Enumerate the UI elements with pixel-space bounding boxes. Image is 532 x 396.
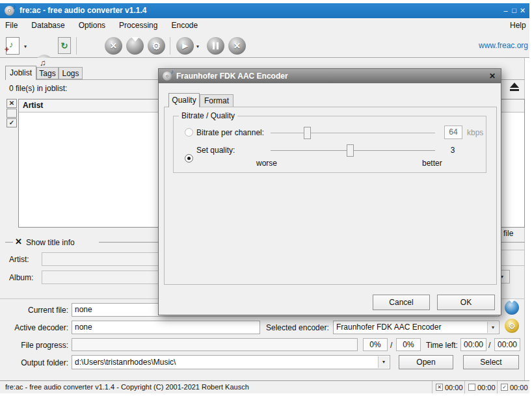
bitrate-value-field[interactable]: 64	[444, 125, 462, 139]
funnel-icon	[131, 42, 139, 51]
funnel-icon	[509, 303, 515, 312]
bitrate-slider-thumb[interactable]	[304, 127, 311, 139]
quality-slider-thumb[interactable]	[347, 144, 354, 157]
bitrate-slider-track[interactable]	[271, 133, 435, 133]
notes-icon: ♫	[40, 58, 46, 68]
file-progress-bar	[72, 338, 358, 351]
pause-icon	[213, 42, 219, 49]
dialog-icon: ♪	[163, 72, 172, 81]
timer-value: 00:00	[445, 384, 463, 391]
gear-icon: ⚙	[508, 321, 516, 331]
timer-segment: 00:00	[464, 381, 497, 393]
output-folder-label: Output folder:	[8, 358, 68, 367]
bitrate-radio[interactable]	[185, 128, 193, 137]
timer-value: 00:00	[477, 384, 496, 391]
active-decoder-field: none	[72, 321, 260, 334]
close-button[interactable]: ✕	[518, 3, 527, 18]
slash-text: /	[488, 341, 490, 350]
chevron-down-icon[interactable]: ▾	[487, 322, 498, 333]
toggle-selection-button[interactable]: ✓	[7, 118, 17, 127]
menubar: File Database Options Processing Encode	[0, 18, 529, 33]
menu-help[interactable]: Help	[510, 18, 526, 33]
gear-icon: ⚙	[152, 41, 161, 51]
start-encoding-button[interactable]: ▶	[176, 37, 194, 55]
processing-config-button[interactable]	[505, 300, 519, 315]
crossed-box-icon: ✕	[436, 384, 443, 391]
menu-encode[interactable]: Encode	[171, 18, 198, 33]
add-files-dropdown[interactable]: ▾	[24, 44, 27, 49]
app-window: ♪ fre:ac - free audio converter v1.1.4 –…	[0, 0, 532, 396]
note-icon: ♪	[9, 40, 14, 49]
select-folder-button[interactable]: Select	[463, 355, 519, 369]
open-folder-button[interactable]: Open	[399, 355, 453, 369]
encoder-config-button[interactable]: ⚙	[505, 319, 519, 333]
splitter-line-left	[5, 242, 13, 243]
configure-encoder-button[interactable]: ⚙	[148, 37, 165, 55]
signal-processing-button[interactable]	[126, 37, 144, 55]
menu-file[interactable]: File	[5, 18, 18, 33]
show-title-info-checkbox[interactable]: ✕	[15, 237, 22, 246]
chevron-down-icon[interactable]: ▾	[378, 356, 389, 368]
better-label: better	[422, 159, 442, 168]
album-label: Album:	[9, 273, 33, 282]
menu-processing[interactable]: Processing	[119, 18, 157, 33]
time-left-total: 00:00	[494, 338, 520, 351]
toolbar-separator	[170, 37, 170, 55]
slash-text: /	[390, 341, 392, 350]
add-files-button[interactable]: ♪ +	[6, 37, 20, 55]
stop-encoding-button[interactable]: ✕	[228, 37, 246, 55]
time-left-label: Time left:	[426, 341, 458, 350]
dialog-tab-quality[interactable]: Quality	[168, 93, 200, 107]
empty-box-icon	[468, 384, 475, 391]
dialog-close-button[interactable]: ✕	[489, 69, 496, 83]
cancel-button[interactable]: Cancel	[373, 295, 430, 310]
general-settings-button[interactable]: ✕	[105, 37, 122, 55]
timer-segment: ✕ 00:00	[432, 381, 464, 393]
tab-tags[interactable]: Tags	[36, 67, 59, 79]
quality-value: 3	[444, 146, 462, 155]
bitrate-label: Bitrate per channel:	[196, 128, 264, 137]
show-title-info-label[interactable]: Show title info	[26, 238, 75, 247]
eject-button[interactable]	[507, 83, 522, 93]
output-folder-value: d:\Users\tristanrhodes\Music\	[75, 358, 176, 367]
menu-options[interactable]: Options	[79, 18, 105, 33]
tools-icon: ✕	[110, 42, 117, 50]
freac-website-link[interactable]: www.freac.org	[479, 41, 528, 50]
dialog-titlebar: ♪ Fraunhofer FDK AAC Encoder ✕	[159, 69, 501, 83]
timer-value: 00:00	[510, 384, 528, 391]
select-all-button[interactable]: ✕	[7, 99, 17, 108]
minimize-button[interactable]: –	[501, 3, 510, 18]
menu-database[interactable]: Database	[31, 18, 64, 33]
tab-logs[interactable]: Logs	[59, 67, 83, 79]
app-icon: ♪	[5, 6, 14, 16]
worse-label: worse	[256, 159, 277, 168]
start-encoding-dropdown[interactable]: ▾	[196, 44, 199, 49]
selected-encoder-label: Selected encoder:	[266, 323, 329, 332]
titlebar: ♪ fre:ac - free audio converter v1.1.4 –…	[0, 3, 529, 18]
selected-encoder-combo[interactable]: Fraunhofer FDK AAC Encoder ▾	[333, 321, 499, 334]
toolbar	[0, 33, 529, 58]
file-progress-label: File progress:	[8, 341, 68, 350]
select-none-button[interactable]	[7, 109, 17, 118]
total-progress-percent: 0%	[396, 338, 421, 351]
window-title: fre:ac - free audio converter v1.1.4	[20, 3, 146, 18]
output-folder-combo[interactable]: d:\Users\tristanrhodes\Music\ ▾	[72, 355, 390, 369]
dialog-tab-format[interactable]: Format	[200, 94, 233, 107]
file-progress-percent: 0%	[363, 338, 388, 351]
time-left-file: 00:00	[460, 338, 486, 351]
encoder-config-dialog: ♪ Fraunhofer FDK AAC Encoder ✕ Quality F…	[158, 68, 501, 315]
pause-encoding-button[interactable]	[207, 37, 224, 55]
toolbar-separator	[76, 37, 77, 55]
set-quality-radio[interactable]	[185, 154, 193, 163]
maximize-button[interactable]: □	[510, 3, 518, 18]
bitrate-unit-label: kbps	[467, 128, 483, 137]
checked-box-icon: ✓	[501, 384, 508, 391]
ok-button[interactable]: OK	[437, 295, 495, 310]
group-title: Bitrate / Quality	[179, 111, 237, 120]
statusbar-text: fre:ac - free audio converter v1.1.4 - C…	[5, 383, 249, 391]
dialog-title: Fraunhofer FDK AAC Encoder	[176, 69, 288, 83]
column-header-artist[interactable]: Artist	[23, 101, 43, 110]
tab-joblist[interactable]: Joblist	[5, 66, 36, 80]
current-file-label: Current file:	[8, 306, 68, 315]
clear-joblist-button[interactable]: ↻	[58, 37, 71, 54]
